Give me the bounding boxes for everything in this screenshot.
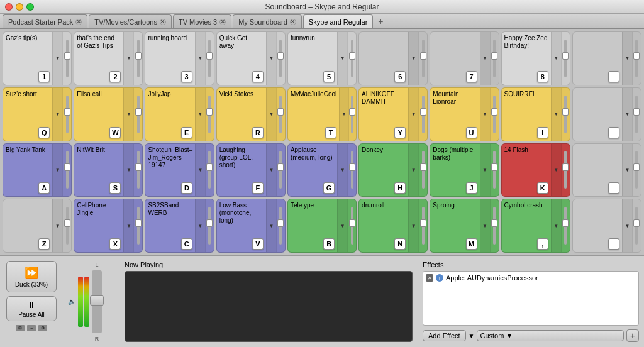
sound-button-s16[interactable]: Mountain LionroarU▼: [430, 87, 499, 141]
sound-slider-s4[interactable]: [276, 32, 285, 85]
sound-button-s35[interactable]: Cymbol crash,▼: [501, 199, 570, 253]
effects-plus-button[interactable]: +: [626, 329, 639, 342]
sound-button-s31[interactable]: Low Bass (monotone, long)V▼: [216, 199, 286, 253]
sound-dropdown-s17[interactable]: ▼: [551, 88, 561, 141]
sound-slider-s11[interactable]: [133, 88, 142, 141]
sound-slider-s21[interactable]: [205, 144, 214, 197]
tab-podcast-close[interactable]: ✕: [75, 19, 82, 25]
sound-button-s20[interactable]: NitWit BritS▼: [74, 143, 143, 197]
sound-button-s15[interactable]: ALINIKOFF DAMMITY▼: [358, 87, 428, 141]
settings-icon[interactable]: ⚙: [38, 325, 47, 331]
sound-button-s36[interactable]: ▼: [572, 199, 641, 253]
sound-button-s5[interactable]: funnyrun5▼: [287, 31, 357, 85]
maximize-button[interactable]: [26, 3, 34, 11]
sound-button-s14[interactable]: MyMacJulieCoolT▼: [287, 87, 357, 141]
sound-button-s12[interactable]: JollyJapE▼: [145, 87, 214, 141]
sound-slider-s32[interactable]: [347, 199, 356, 252]
sound-dropdown-s32[interactable]: ▼: [337, 199, 347, 252]
duck-button[interactable]: ⏩ Duck (33%): [6, 261, 57, 292]
sound-dropdown-s3[interactable]: ▼: [195, 32, 205, 85]
sound-dropdown-s9[interactable]: ▼: [622, 32, 632, 85]
sound-button-s7[interactable]: 7▼: [430, 31, 499, 85]
sound-dropdown-s26[interactable]: ▼: [551, 144, 561, 197]
tab-mysoundboard[interactable]: My Soundboard ✕: [233, 14, 302, 28]
sound-dropdown-s31[interactable]: ▼: [266, 199, 276, 252]
sound-dropdown-s14[interactable]: ▼: [339, 88, 348, 141]
sound-dropdown-s18[interactable]: ▼: [622, 88, 632, 141]
sound-button-s8[interactable]: Happy Zee Zed Birthday!8▼: [501, 31, 570, 85]
effect-info-button[interactable]: i: [436, 274, 443, 282]
sound-slider-s2[interactable]: [133, 32, 142, 85]
sound-slider-s7[interactable]: [490, 32, 499, 85]
sound-button-s4[interactable]: Quick Get away4▼: [216, 31, 286, 85]
sound-dropdown-s13[interactable]: ▼: [266, 88, 276, 141]
sound-button-s30[interactable]: SB2SBand WERBC▼: [145, 199, 214, 253]
sound-slider-s16[interactable]: [490, 88, 499, 141]
sound-slider-s1[interactable]: [62, 32, 71, 85]
sound-slider-s25[interactable]: [490, 144, 499, 197]
sound-dropdown-s21[interactable]: ▼: [195, 144, 205, 197]
sound-dropdown-s4[interactable]: ▼: [266, 32, 276, 85]
sound-slider-s3[interactable]: [205, 32, 214, 85]
sound-button-s22[interactable]: Laughing (group LOL, short)F▼: [216, 143, 286, 197]
grid-icon[interactable]: ⊞: [16, 325, 25, 331]
sound-slider-s27[interactable]: [632, 144, 641, 197]
sound-dropdown-s7[interactable]: ▼: [480, 32, 490, 85]
add-effect-button[interactable]: Add Effect: [423, 330, 466, 341]
close-button[interactable]: [5, 3, 13, 11]
sound-slider-s10[interactable]: [62, 88, 71, 141]
sound-slider-s17[interactable]: [561, 88, 570, 141]
sound-dropdown-s8[interactable]: ▼: [551, 32, 561, 85]
sound-dropdown-s11[interactable]: ▼: [123, 88, 133, 141]
sound-button-s25[interactable]: Dogs (multiple barks)J▼: [430, 143, 499, 197]
sound-slider-s23[interactable]: [347, 144, 356, 197]
sound-slider-s31[interactable]: [276, 199, 285, 252]
sound-button-s10[interactable]: Suz'e shortQ▼: [3, 87, 72, 141]
sound-slider-s5[interactable]: [347, 32, 356, 85]
sound-slider-s36[interactable]: [632, 199, 641, 252]
sound-button-s24[interactable]: DonkeyH▼: [358, 143, 428, 197]
volume-fader[interactable]: [92, 270, 102, 333]
sound-dropdown-s23[interactable]: ▼: [337, 144, 347, 197]
sound-dropdown-s24[interactable]: ▼: [408, 144, 418, 197]
sound-button-s1[interactable]: Gaz's tip(s)1▼: [3, 31, 72, 85]
sound-dropdown-s16[interactable]: ▼: [480, 88, 490, 141]
sound-dropdown-s28[interactable]: ▼: [52, 199, 62, 252]
tab-skype[interactable]: Skype and Regular: [303, 14, 374, 28]
sound-button-s13[interactable]: Vicki StokesR▼: [216, 87, 286, 141]
sound-button-s6[interactable]: 6▼: [358, 31, 428, 85]
sound-slider-s18[interactable]: [632, 88, 641, 141]
sound-dropdown-s20[interactable]: ▼: [123, 144, 133, 197]
sound-button-s26[interactable]: 14 FlashK▼: [501, 143, 570, 197]
sound-slider-s34[interactable]: [490, 199, 499, 252]
sound-button-s17[interactable]: SQUIRRELI▼: [501, 87, 570, 141]
sound-slider-s6[interactable]: [418, 32, 427, 85]
sound-dropdown-s12[interactable]: ▼: [195, 88, 205, 141]
sound-dropdown-s6[interactable]: ▼: [408, 32, 418, 85]
sound-dropdown-s2[interactable]: ▼: [123, 32, 133, 85]
sound-slider-s15[interactable]: [418, 88, 427, 141]
sound-dropdown-s36[interactable]: ▼: [622, 199, 632, 252]
sound-button-s33[interactable]: drumrollN▼: [358, 199, 428, 253]
sound-dropdown-s29[interactable]: ▼: [123, 199, 133, 252]
sound-button-s19[interactable]: Big Yank TankA▼: [3, 143, 72, 197]
tab-mysoundboard-close[interactable]: ✕: [290, 19, 296, 25]
sound-slider-s9[interactable]: [632, 32, 641, 85]
sound-button-s11[interactable]: Elisa callW▼: [74, 87, 143, 141]
sound-slider-s30[interactable]: [205, 199, 214, 252]
sound-dropdown-s22[interactable]: ▼: [266, 144, 276, 197]
sound-slider-s12[interactable]: [205, 88, 214, 141]
tab-add-button[interactable]: +: [374, 14, 387, 28]
fader-thumb[interactable]: [90, 295, 104, 306]
sound-dropdown-s25[interactable]: ▼: [480, 144, 490, 197]
sound-button-s27[interactable]: ▼: [572, 143, 641, 197]
sound-button-s3[interactable]: running hoard3▼: [145, 31, 214, 85]
tab-tv[interactable]: TV/Movies/Cartoons ✕: [89, 14, 172, 28]
sound-slider-s24[interactable]: [418, 144, 427, 197]
sound-button-s23[interactable]: Applause (medium, long)G▼: [287, 143, 357, 197]
sound-slider-s33[interactable]: [418, 199, 427, 252]
sound-slider-s20[interactable]: [133, 144, 142, 197]
sound-slider-s14[interactable]: [348, 88, 357, 141]
sound-button-s21[interactable]: Shotgun_Blast–Jim_Rogers–19147D▼: [145, 143, 214, 197]
sound-slider-s28[interactable]: [62, 199, 71, 252]
